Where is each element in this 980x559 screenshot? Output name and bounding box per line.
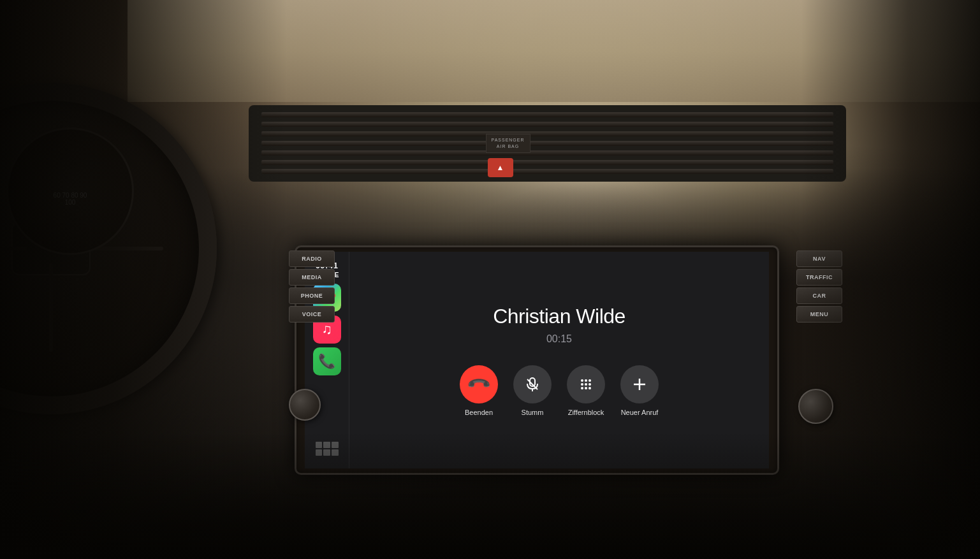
vent-slat — [261, 150, 833, 156]
grid-dot — [316, 442, 323, 448]
speedometer-text: 60 70 80 90 100 — [54, 173, 87, 206]
add-call-group: Neuer Anruf — [620, 365, 659, 416]
voice-button[interactable]: VOICE — [289, 306, 335, 323]
car-button[interactable]: CAR — [796, 287, 842, 304]
keypad-label: Ziffernblock — [568, 409, 604, 416]
carplay-screen: 09:41 LTE 📍 ♫ — [305, 252, 769, 468]
traffic-button[interactable]: TRAFFIC — [796, 269, 842, 286]
hazard-button[interactable] — [488, 158, 513, 177]
add-call-icon — [633, 377, 647, 391]
home-grid-icon[interactable] — [313, 439, 341, 458]
end-call-label: Beenden — [465, 409, 493, 416]
svg-point-9 — [581, 387, 583, 389]
svg-point-6 — [581, 383, 583, 386]
mute-button[interactable] — [513, 365, 552, 403]
nav-button[interactable]: NAV — [796, 250, 842, 267]
hw-buttons-right: NAV TRAFFIC CAR MENU — [796, 250, 842, 323]
svg-point-7 — [585, 383, 587, 386]
airbag-label: PASSENGER AIR BAG — [485, 134, 530, 153]
hw-buttons-left: RADIO MEDIA PHONE VOICE — [289, 250, 335, 323]
vent-slat — [261, 160, 833, 165]
radio-button[interactable]: RADIO — [289, 250, 335, 267]
grid-dot — [323, 449, 330, 456]
menu-button[interactable]: MENU — [796, 306, 842, 323]
end-call-group: 📞 Beenden — [460, 365, 498, 416]
end-call-button[interactable]: 📞 — [460, 365, 498, 403]
grid-dot — [323, 442, 330, 448]
end-call-icon: 📞 — [465, 371, 492, 397]
knob-right[interactable] — [798, 389, 833, 424]
vent-slat — [261, 141, 833, 146]
knob-left[interactable] — [289, 389, 321, 421]
mute-mic-icon — [525, 377, 539, 391]
mute-label: Stumm — [522, 409, 544, 416]
vent-slats — [249, 105, 846, 182]
add-call-label: Neuer Anruf — [621, 409, 659, 416]
media-button[interactable]: MEDIA — [289, 269, 335, 286]
keypad-button[interactable] — [567, 365, 605, 403]
vent-area — [249, 105, 846, 182]
keypad-group: Ziffernblock — [567, 365, 605, 416]
call-duration: 00:15 — [546, 333, 572, 345]
music-note-icon: ♫ — [321, 321, 332, 338]
vent-slat — [261, 169, 833, 174]
phone-handset-icon: 📞 — [318, 353, 335, 370]
grid-dot — [316, 449, 323, 456]
svg-point-5 — [589, 379, 591, 382]
mute-group: Stumm — [513, 365, 552, 416]
svg-point-4 — [585, 379, 587, 382]
speedometer: 60 70 80 90 100 — [6, 127, 134, 255]
svg-point-11 — [589, 387, 591, 389]
vent-slat — [261, 131, 833, 136]
keypad-icon — [579, 377, 593, 391]
add-call-button[interactable] — [620, 365, 659, 403]
carplay-main-content: Christian Wilde 00:15 📞 Beenden — [349, 252, 769, 468]
caller-name: Christian Wilde — [493, 305, 625, 328]
phone-button[interactable]: PHONE — [289, 287, 335, 304]
grid-dot — [332, 442, 339, 448]
windshield-view — [128, 0, 980, 102]
phone-app-icon[interactable]: 📞 — [313, 347, 341, 375]
svg-point-8 — [589, 383, 591, 386]
svg-point-3 — [581, 379, 583, 382]
vent-slat — [261, 122, 833, 127]
vent-slat — [261, 112, 833, 117]
call-actions: 📞 Beenden Stumm — [460, 365, 659, 416]
grid-dot — [332, 449, 339, 456]
svg-point-10 — [585, 387, 587, 389]
